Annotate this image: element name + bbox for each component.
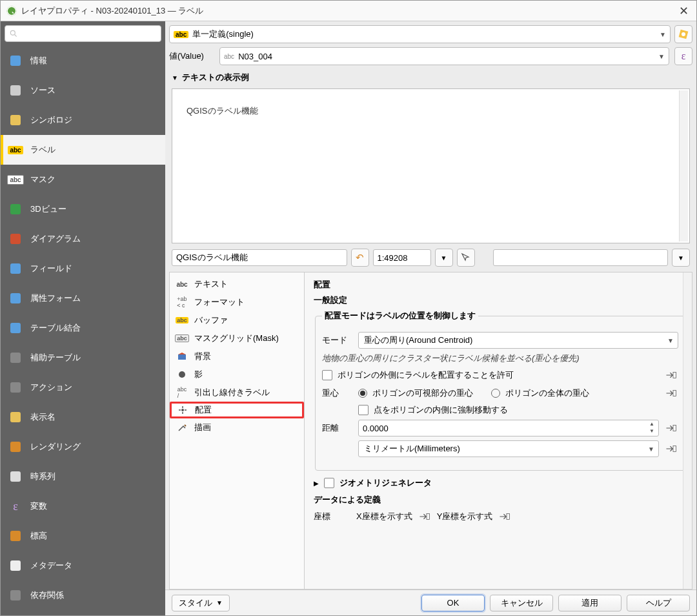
preview-text-input[interactable] bbox=[172, 249, 347, 266]
tab-maskgrid[interactable]: abcマスクグリッド(Mask) bbox=[170, 329, 304, 347]
tab-buffer[interactable]: abcバッファ bbox=[170, 311, 304, 329]
sidebar-item-join[interactable]: テーブル結合 bbox=[1, 313, 165, 343]
tab-placement[interactable]: 配置 bbox=[170, 402, 304, 418]
svg-rect-11 bbox=[10, 353, 21, 363]
style-menu-button[interactable]: スタイル ▼ bbox=[172, 595, 230, 611]
sidebar-item-info[interactable]: 情報 bbox=[1, 46, 165, 76]
mode-select[interactable]: 重心の周り(Around Centroid) ▼ bbox=[358, 332, 678, 349]
tab-callout[interactable]: abc/引出し線付きラベル bbox=[170, 384, 304, 402]
sidebar-item-form[interactable]: 属性フォーム bbox=[1, 283, 165, 313]
expression-button[interactable]: ε bbox=[674, 47, 692, 65]
sidebar-item-aux[interactable]: 補助テーブル bbox=[1, 343, 165, 373]
labeling-mode-combo[interactable]: abc 単一定義(single) ▼ bbox=[169, 25, 671, 43]
apply-button[interactable]: 適用 bbox=[558, 595, 621, 611]
action-icon bbox=[8, 380, 23, 395]
labeling-engine-button[interactable] bbox=[674, 25, 692, 43]
distance-spinbox[interactable]: 0.0000 ▲▼ bbox=[358, 420, 659, 436]
ok-button[interactable]: OK bbox=[421, 595, 485, 611]
sidebar-item-display[interactable]: 表示名 bbox=[1, 402, 165, 432]
tab-render[interactable]: 描画 bbox=[170, 418, 304, 436]
centroid-whole-label: ポリゴンの全体の重心 bbox=[505, 387, 589, 399]
centroid-visible-radio[interactable] bbox=[358, 389, 367, 398]
divider bbox=[479, 249, 489, 267]
sidebar-item-label: シンボロジ bbox=[30, 114, 72, 126]
elev-icon bbox=[8, 529, 23, 543]
value-field: N03_004 bbox=[238, 52, 272, 61]
cancel-button[interactable]: キャンセル bbox=[490, 595, 553, 611]
preview-scale-combo[interactable]: 1:49208 bbox=[373, 249, 431, 266]
display-icon bbox=[8, 410, 23, 424]
value-field-combo[interactable]: abc N03_004 ▼ bbox=[219, 47, 669, 65]
data-defined-button[interactable] bbox=[664, 386, 678, 400]
scale-dd-button[interactable]: ▼ bbox=[435, 249, 453, 267]
tab-abc[interactable]: abcテキスト bbox=[170, 275, 304, 293]
sidebar-item-label: テーブル結合 bbox=[30, 322, 81, 334]
aux-icon bbox=[8, 351, 23, 365]
allow-outside-checkbox[interactable] bbox=[322, 370, 332, 380]
data-defined-button[interactable] bbox=[664, 442, 678, 456]
sidebar-item-temporal[interactable]: 時系列 bbox=[1, 462, 165, 491]
sidebar-item-elev[interactable]: 標高 bbox=[1, 521, 165, 551]
coord-x-label: X座標を示す式 bbox=[356, 511, 412, 522]
pane-scrollbar[interactable] bbox=[683, 272, 692, 589]
sidebar-search[interactable] bbox=[5, 25, 161, 42]
centroid-whole-radio[interactable] bbox=[491, 389, 500, 398]
allow-outside-label: ポリゴンの外側にラベルを配置することを許可 bbox=[338, 369, 659, 381]
sidebar-item-source[interactable]: ソース bbox=[1, 76, 165, 105]
svg-rect-28 bbox=[507, 514, 510, 520]
reset-preview-button[interactable]: ↶ bbox=[351, 249, 369, 267]
sidebar-item-label: ダイアグラム bbox=[30, 233, 81, 245]
field-type-icon: abc bbox=[224, 53, 234, 60]
preview-bg-combo[interactable] bbox=[493, 249, 669, 266]
help-button[interactable]: ヘルプ bbox=[627, 595, 690, 611]
data-defined-button[interactable] bbox=[418, 509, 432, 524]
svg-rect-9 bbox=[10, 293, 21, 303]
data-defined-button[interactable] bbox=[498, 509, 512, 524]
svg-rect-3 bbox=[10, 56, 21, 66]
close-icon[interactable]: ✕ bbox=[676, 4, 691, 18]
preview-collapser[interactable]: ▼ テキストの表示例 bbox=[165, 69, 696, 86]
var-icon: ε bbox=[8, 499, 23, 513]
sidebar-item-label: 補助テーブル bbox=[30, 352, 81, 364]
sidebar-item-var[interactable]: ε変数 bbox=[1, 491, 165, 521]
pick-scale-button[interactable] bbox=[457, 249, 475, 267]
data-defined-button[interactable] bbox=[664, 368, 678, 382]
label-tabs: abcテキスト+ab< cフォーマットabcバッファabcマスクグリッド(Mas… bbox=[169, 272, 305, 590]
sidebar-item-label[interactable]: abcラベル bbox=[1, 135, 165, 165]
sidebar-item-fields[interactable]: フィールド bbox=[1, 254, 165, 283]
svg-rect-12 bbox=[10, 382, 21, 393]
gear-icon bbox=[678, 29, 689, 39]
spin-up-icon[interactable]: ▲ bbox=[647, 421, 657, 428]
sidebar-item-3d[interactable]: 3Dビュー bbox=[1, 194, 165, 224]
preview-scrollbar[interactable] bbox=[679, 90, 688, 241]
data-defined-button[interactable] bbox=[664, 421, 678, 435]
chevron-down-icon: ▼ bbox=[678, 254, 684, 262]
sidebar-item-diagram[interactable]: ダイアグラム bbox=[1, 224, 165, 254]
svg-rect-17 bbox=[10, 560, 21, 571]
sidebar-item-action[interactable]: アクション bbox=[1, 373, 165, 402]
sidebar-item-render[interactable]: レンダリング bbox=[1, 432, 165, 462]
chevron-down-icon: ▼ bbox=[441, 254, 447, 262]
sidebar-item-label: フィールド bbox=[30, 263, 72, 274]
distance-unit-select[interactable]: ミリメートル(Millimeters) ▼ bbox=[358, 440, 659, 457]
tab-shadow[interactable]: 影 bbox=[170, 365, 304, 384]
sidebar-item-symbology[interactable]: シンボロジ bbox=[1, 105, 165, 135]
sidebar-item-mask[interactable]: abcマスク bbox=[1, 165, 165, 194]
sidebar-item-dep[interactable]: 依存関係 bbox=[1, 580, 165, 610]
triangle-right-icon: ▶ bbox=[314, 480, 319, 487]
svg-rect-23 bbox=[673, 373, 676, 378]
spin-down-icon[interactable]: ▼ bbox=[647, 428, 657, 435]
tab-bg[interactable]: 背景 bbox=[170, 347, 304, 365]
force-inside-checkbox[interactable] bbox=[358, 405, 369, 415]
data-defined-title: データによる定義 bbox=[314, 494, 687, 506]
tab-format[interactable]: +ab< cフォーマット bbox=[170, 293, 304, 311]
geom-gen-checkbox[interactable] bbox=[324, 478, 334, 488]
bg-dd-button[interactable]: ▼ bbox=[672, 249, 690, 267]
sidebar-item-meta[interactable]: メタデータ bbox=[1, 551, 165, 580]
mode-legend: 配置モードはラベルの位置を制御します bbox=[322, 310, 478, 322]
diagram-icon bbox=[8, 232, 23, 246]
geom-gen-collapser[interactable]: ▶ ジオメトリジェネレータ bbox=[314, 477, 687, 489]
cursor-icon bbox=[461, 252, 471, 263]
join-icon bbox=[8, 321, 23, 335]
svg-rect-4 bbox=[10, 85, 21, 96]
